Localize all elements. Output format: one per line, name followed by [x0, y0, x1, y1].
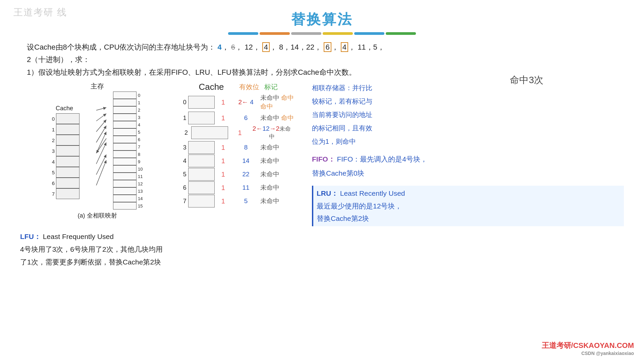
main-mem-row: 3	[113, 114, 145, 121]
cache-row: 5	[49, 167, 79, 178]
cache-table-row: 7 1 5 未命中	[181, 195, 299, 207]
problem-line1: 设Cache由8个块构成，CPU依次访问的主存地址块号为：	[27, 43, 215, 51]
cache-label: Cache	[49, 105, 79, 112]
lfu-line1: 4号块用了3次，6号块用了2次，其他几块均用	[20, 243, 624, 256]
main-mem-row: 7	[113, 143, 145, 150]
explanation-section: 相联存储器：并行比 较标记，若有标记与 当前将要访问的地址 的标记相同，且有效 …	[305, 82, 624, 228]
top-left-watermark: 王道考研 线	[13, 6, 67, 19]
cache-row: 7	[49, 188, 79, 199]
main-mem-row: 11	[113, 173, 145, 180]
assoc-title: 相联存储器：并行比	[312, 82, 624, 94]
lfu-line2: 了1次，需要更多判断依据，替换Cache第2块	[20, 256, 624, 268]
assoc-line4: 的标记相同，且有效	[312, 122, 624, 134]
content-area: 主存 Cache 0 1 2 3	[20, 82, 624, 228]
color-bar-item	[386, 32, 416, 35]
main-mem-row: 2	[113, 106, 145, 114]
mapping-arrows	[83, 105, 110, 195]
page-title: 替换算法	[0, 0, 644, 29]
cache-row: 6	[49, 178, 79, 188]
main-mem-title: 主存	[20, 82, 174, 91]
main-mem-block: 0 1 2 3 4 5	[113, 92, 145, 209]
main-mem-row: 10	[113, 165, 145, 173]
color-bar-item	[291, 32, 321, 35]
main-mem-row: 13	[113, 187, 145, 195]
color-bar	[0, 32, 644, 35]
color-bar-item	[323, 32, 353, 35]
diagram-wrapper: Cache 0 1 2 3 4	[20, 92, 174, 209]
diagram-footer: (a) 全相联映射	[20, 212, 174, 220]
cache-table-row: 3 1 8 未命中	[181, 141, 299, 154]
main-mem-row: 6	[113, 136, 145, 143]
cache-block: Cache 0 1 2 3 4	[49, 105, 79, 199]
color-bar-item	[260, 32, 290, 35]
cache-table-row: 5 1 22 未命中	[181, 168, 299, 181]
main-mem-row: 15	[113, 202, 145, 209]
svg-line-0	[96, 108, 106, 110]
col-header-valid: 有效位	[237, 82, 261, 92]
fifo-text: FIFO： FIFO：最先调入的是4号块，	[312, 153, 624, 166]
cache-table-row: 0 1 2← 4 未命中 命中 命中	[181, 94, 299, 111]
color-bar-item	[228, 32, 258, 35]
cache-table-row: 1 1 6 未命中 命中	[181, 112, 299, 124]
cache-row: 2	[49, 135, 79, 145]
bottom-section: LFU： Least Frequently Used 4号块用了3次，6号块用了…	[20, 230, 624, 268]
cache-table-row: 4 1 14 未命中	[181, 155, 299, 167]
svg-line-4	[96, 132, 106, 153]
problem-text: 设Cache由8个块构成，CPU依次访问的主存地址块号为： 4， 6， 12， …	[27, 41, 617, 78]
cache-table-title: Cache	[199, 82, 224, 92]
lru-section: LRU： Least Recently Used 最近最少使用的是12号块， 替…	[312, 186, 624, 226]
main-mem-row: 0	[113, 92, 145, 99]
cache-table-rows: 0 1 2← 4 未命中 命中 命中 1 1 6 未命中 命中 2 1 2←12…	[181, 94, 299, 207]
watermark: 王道考研/CSKAOYAN.COM CSDN @yankaixiaoxiao	[542, 341, 634, 356]
svg-line-7	[96, 160, 106, 185]
cache-row: 1	[49, 124, 79, 135]
diagram-section: 主存 Cache 0 1 2 3	[20, 82, 174, 228]
main-mem-row: 8	[113, 150, 145, 158]
svg-line-2	[96, 120, 106, 132]
assoc-line3: 当前将要访问的地址	[312, 109, 624, 121]
cache-row: 3	[49, 145, 79, 156]
cache-row: 4	[49, 156, 79, 167]
lru-text1: 最近最少使用的是12号块，	[317, 200, 621, 213]
cache-table-row: 2 1 2←12→2未命中	[181, 125, 299, 140]
cache-row: 0	[49, 113, 79, 124]
main-mem-row: 12	[113, 180, 145, 187]
problem-line3: 1）假设地址映射方式为全相联映射，在采用FIFO、LRU、LFU替换算法时，分别…	[27, 68, 356, 76]
svg-line-3	[96, 126, 106, 142]
svg-line-1	[96, 114, 106, 121]
main-mem-row: 1	[113, 99, 145, 106]
cache-table-section: Cache 有效位 标记 0 1 2← 4 未命中 命中 命中 1 1 6 未命…	[181, 82, 299, 228]
assoc-line2: 较标记，若有标记与	[312, 95, 624, 107]
main-mem-row: 4	[113, 121, 145, 128]
assoc-line5: 位为1，则命中	[312, 135, 624, 147]
main-mem-row: 14	[113, 195, 145, 202]
lfu-text: LFU： Least Frequently Used	[20, 230, 624, 243]
main-mem-row: 5	[113, 128, 145, 136]
fifo-text2: 替换Cache第0块	[312, 167, 624, 180]
col-header-tag: 标记	[261, 82, 281, 92]
main-mem-rows: 0 1 2 3 4 5	[113, 92, 145, 209]
problem-line2: 2（十进制），求：	[27, 55, 90, 64]
hit-count: 命中3次	[510, 74, 543, 86]
cache-rows: 0 1 2 3 4 5	[49, 113, 79, 199]
color-bar-item	[354, 32, 384, 35]
cache-table-header: Cache 有效位 标记	[181, 82, 299, 92]
lru-text2: 替换Cache第2块	[317, 212, 621, 225]
main-mem-row: 9	[113, 158, 145, 165]
cache-table-row: 6 1 11 未命中	[181, 181, 299, 194]
